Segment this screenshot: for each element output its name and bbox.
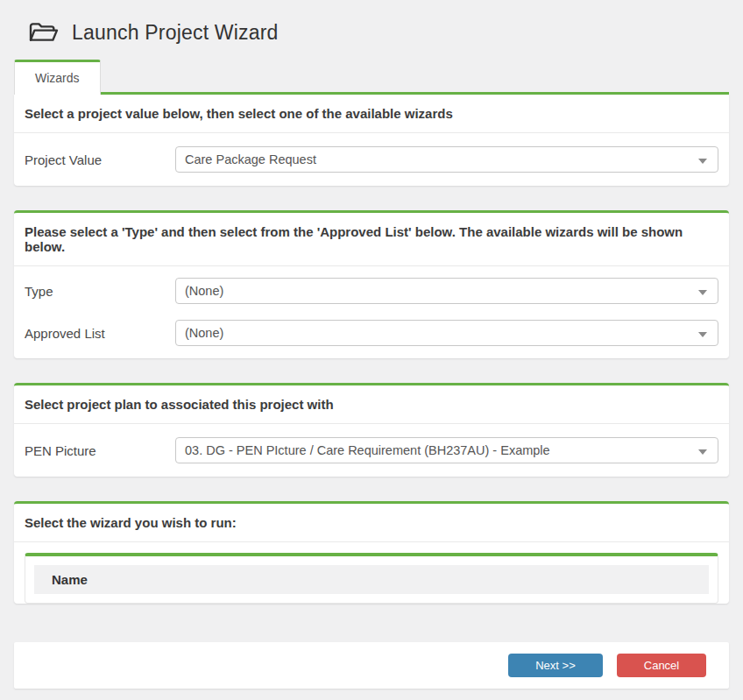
field-row-project-value: Project Value Care Package Request: [14, 133, 729, 186]
field-row-type: Type (None): [14, 270, 729, 312]
section-project-plan: Select project plan to associated this p…: [14, 383, 729, 477]
section-heading: Select project plan to associated this p…: [14, 385, 729, 424]
section-project-value: Select a project value below, then selec…: [14, 95, 729, 186]
chevron-down-icon: [698, 159, 707, 164]
tab-wizards-label: Wizards: [35, 71, 80, 85]
section-heading: Select the wizard you wish to run:: [14, 504, 729, 542]
chevron-down-icon: [698, 449, 707, 455]
page-title: Launch Project Wizard: [72, 21, 279, 45]
section-body: Type (None) Approved List (None): [14, 266, 729, 358]
page-header: Launch Project Wizard: [0, 0, 743, 60]
section-heading: Please select a 'Type' and then select f…: [14, 213, 729, 266]
open-folder-icon: [29, 20, 59, 45]
cancel-button[interactable]: Cancel: [617, 654, 706, 677]
field-row-approved-list: Approved List (None): [14, 312, 729, 354]
tab-wizards[interactable]: Wizards: [14, 60, 101, 95]
pen-picture-selected-option: 03. DG - PEN PIcture / Care Requirement …: [185, 443, 550, 457]
type-selected-option: (None): [185, 284, 223, 298]
pen-picture-select[interactable]: 03. DG - PEN PIcture / Care Requirement …: [175, 437, 718, 463]
section-wizard-list: Select the wizard you wish to run: Name: [14, 501, 729, 604]
section-type-approved-list: Please select a 'Type' and then select f…: [14, 210, 729, 358]
project-value-label: Project Value: [25, 152, 175, 167]
wizard-table-header-name: Name: [34, 565, 709, 594]
footer-action-bar: Next >> Cancel: [14, 642, 729, 689]
type-label: Type: [25, 284, 175, 299]
next-button[interactable]: Next >>: [508, 654, 603, 677]
approved-list-select[interactable]: (None): [175, 320, 718, 346]
project-value-select[interactable]: Care Package Request: [175, 146, 718, 173]
type-select[interactable]: (None): [175, 278, 718, 304]
wizard-table: Name: [25, 553, 718, 604]
project-value-selected-option: Care Package Request: [185, 152, 316, 166]
section-heading: Select a project value below, then selec…: [14, 95, 729, 133]
approved-list-label: Approved List: [25, 326, 175, 341]
approved-list-selected-option: (None): [185, 326, 223, 340]
chevron-down-icon: [698, 290, 707, 295]
field-row-pen-picture: PEN Picture 03. DG - PEN PIcture / Care …: [14, 424, 729, 477]
tab-bar: Wizards: [14, 60, 729, 95]
pen-picture-label: PEN Picture: [25, 443, 175, 458]
chevron-down-icon: [698, 332, 707, 337]
